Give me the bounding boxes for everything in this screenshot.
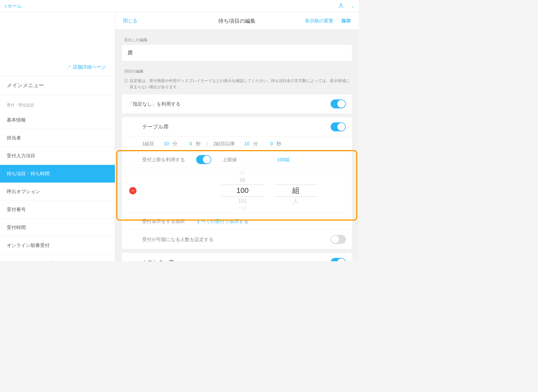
content-header: 閉じる 待ち項目の編集 表示順の変更 保存 [115, 12, 359, 30]
use-none-toggle[interactable] [331, 99, 346, 108]
use-none-label: 「指定なし」を利用する [128, 101, 180, 107]
limit-value[interactable]: 100組 [277, 157, 290, 163]
timing-row[interactable]: 1組目 10 分 0 秒 | 2組目以降 10 分 0 秒 [122, 137, 352, 151]
sidebar-item-wait[interactable]: 待ち項目・待ち時間 [0, 165, 115, 183]
use-limit-toggle[interactable] [196, 155, 211, 164]
people-count-toggle[interactable] [331, 235, 346, 244]
page-title: 待ち項目の編集 [218, 17, 256, 25]
svg-point-0 [340, 3, 342, 5]
info-note: ⓘ 設定後は、受付画面や外部ディスプレイモードなどの表示を確認してください。待ち… [122, 76, 352, 94]
items-label: 項目の編集 [122, 69, 352, 74]
sidebar-item-board[interactable]: レストランボード連携 [0, 255, 115, 261]
save-button[interactable]: 保存 [341, 18, 351, 24]
seat2-toggle[interactable] [331, 258, 346, 261]
minus-icon: − [131, 188, 134, 193]
seat2-name: カウンター席 [142, 259, 174, 261]
sidebar-item-basic[interactable]: 基本情報 [0, 111, 115, 129]
user-icon[interactable] [338, 3, 344, 10]
back-label: ホーム [8, 3, 22, 9]
store-detail-link[interactable]: ↗ 店舗詳細ページ [66, 64, 106, 70]
limit-label: 上限値 [222, 157, 237, 163]
seat1-toggle[interactable] [331, 122, 346, 131]
chevron-left-icon: ‹ [4, 3, 6, 9]
back-button[interactable]: ‹ ホーム [4, 3, 22, 9]
main-menu-heading[interactable]: メインメニュー [0, 76, 115, 95]
sidebar-item-online[interactable]: オンライン順番受付 [0, 237, 115, 255]
info-icon: ⓘ [124, 78, 128, 90]
number-picker[interactable]: 98 99 100 101 102 [222, 170, 264, 211]
heading-input[interactable] [122, 45, 352, 61]
seat-name: テーブル席 [142, 123, 169, 130]
people-count-label: 受付が可能になる人数を設定する [142, 236, 214, 243]
unit-picker[interactable]: 組 人 [275, 170, 317, 211]
sidebar-item-time[interactable]: 受付時間 [0, 219, 115, 237]
section-label: 受付・呼出設定 [0, 95, 115, 111]
sidebar: ↗ 店舗詳細ページ メインメニュー 受付・呼出設定 基本情報 担当者 受付入力項… [0, 12, 115, 261]
heading-label: 見出しの編集 [122, 38, 352, 43]
chevron-down-icon[interactable]: ⌄ [351, 4, 354, 8]
sidebar-item-call[interactable]: 呼出オプション [0, 183, 115, 201]
sidebar-item-staff[interactable]: 担当者 [0, 129, 115, 147]
sidebar-item-input[interactable]: 受付入力項目 [0, 147, 115, 165]
reorder-button[interactable]: 表示順の変更 [305, 18, 333, 24]
display-location-row[interactable]: 受付表示をする箇所 すべての受付で表示する [122, 213, 352, 230]
close-button[interactable]: 閉じる [123, 18, 137, 24]
remove-button[interactable]: − [129, 187, 136, 194]
sidebar-item-number[interactable]: 受付番号 [0, 201, 115, 219]
use-limit-label: 受付上限を利用する [142, 157, 185, 163]
